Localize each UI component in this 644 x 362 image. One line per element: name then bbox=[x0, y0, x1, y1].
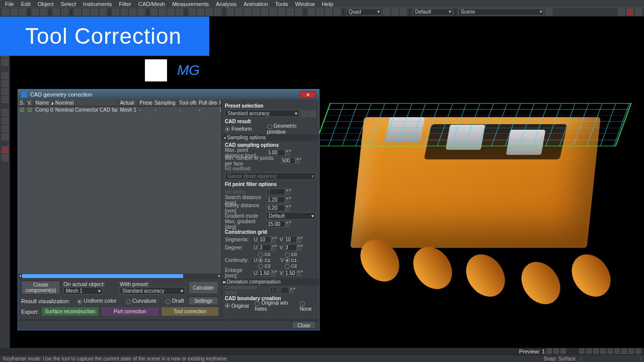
side-16-icon[interactable] bbox=[2, 154, 9, 161]
col-sampling[interactable]: Sampling filter bbox=[153, 100, 178, 106]
side-9-icon[interactable] bbox=[2, 88, 9, 95]
tool-jj-icon[interactable] bbox=[635, 9, 642, 16]
menu-edit[interactable]: Edit bbox=[18, 1, 34, 8]
tool-a-icon[interactable] bbox=[74, 9, 81, 16]
tool-ff-icon[interactable] bbox=[400, 9, 407, 16]
tool-p-icon[interactable] bbox=[214, 9, 221, 16]
col-s[interactable]: S. bbox=[18, 100, 26, 106]
menu-object[interactable]: Object bbox=[35, 1, 57, 8]
row-check-icon[interactable] bbox=[18, 107, 26, 114]
menu-tools[interactable]: Tools bbox=[272, 1, 291, 8]
tool-k-icon[interactable] bbox=[168, 9, 175, 16]
tool-j-icon[interactable] bbox=[159, 9, 166, 16]
b-orig-radio[interactable] bbox=[225, 303, 230, 308]
tool-ee-icon[interactable] bbox=[391, 9, 398, 16]
search-input[interactable] bbox=[266, 197, 285, 203]
viewport-layout-combo[interactable]: Quad bbox=[346, 9, 381, 16]
devcomp-group[interactable]: ▸ Deviation compensation bbox=[222, 279, 319, 285]
gradmode-select[interactable]: Default bbox=[266, 212, 316, 220]
pv-i-icon[interactable] bbox=[614, 348, 620, 354]
tool-cc-icon[interactable] bbox=[334, 9, 341, 16]
deg-v-input[interactable] bbox=[284, 244, 297, 251]
tool-bb-icon[interactable] bbox=[325, 9, 332, 16]
b-holes-radio[interactable] bbox=[255, 301, 260, 306]
menu-filter[interactable]: Filter bbox=[116, 1, 134, 8]
v-c1-radio[interactable] bbox=[285, 258, 290, 263]
tool-r-icon[interactable] bbox=[235, 9, 243, 16]
vis-draft-radio[interactable] bbox=[166, 299, 171, 304]
actual-mesh-select[interactable]: Mesh 1 bbox=[63, 287, 103, 295]
menu-instruments[interactable]: Instruments bbox=[80, 1, 115, 8]
pv-l-icon[interactable] bbox=[635, 348, 641, 354]
tool-u-icon[interactable] bbox=[261, 9, 268, 16]
close-icon[interactable]: ✕ bbox=[300, 91, 316, 98]
tool-e-icon[interactable] bbox=[112, 9, 119, 16]
pv-g-icon[interactable] bbox=[600, 348, 606, 354]
side-7-icon[interactable] bbox=[2, 72, 9, 79]
tool-c-icon[interactable] bbox=[91, 9, 98, 16]
search-spin[interactable]: ▲▼ bbox=[285, 197, 290, 203]
side-6-icon[interactable] bbox=[2, 59, 9, 66]
list-hscroll[interactable] bbox=[18, 274, 221, 279]
dialog-titlebar[interactable]: CAD geometry correction ✕ bbox=[18, 89, 319, 100]
scene-combo[interactable]: Scene bbox=[458, 9, 544, 16]
tool-d-icon[interactable] bbox=[100, 9, 107, 16]
min-pts-input[interactable] bbox=[280, 157, 295, 164]
deg-v-spin[interactable]: ▲▼ bbox=[297, 244, 301, 251]
safety-spin[interactable]: ▲▼ bbox=[285, 205, 290, 211]
tool-dd-icon[interactable] bbox=[383, 9, 390, 16]
tool-i-icon[interactable] bbox=[150, 9, 157, 16]
tool-n-icon[interactable] bbox=[197, 9, 204, 16]
freeform-radio[interactable] bbox=[225, 127, 230, 132]
menu-select[interactable]: Select bbox=[58, 1, 79, 8]
menu-analysis[interactable]: Analysis bbox=[213, 1, 239, 8]
tool-redo-icon[interactable] bbox=[40, 9, 47, 16]
tool-paste-icon[interactable] bbox=[61, 9, 68, 16]
tool-y-icon[interactable] bbox=[295, 9, 302, 16]
preset-del-icon[interactable] bbox=[309, 110, 316, 117]
deg-u-spin[interactable]: ▲▼ bbox=[271, 244, 276, 251]
tool-open-icon[interactable] bbox=[11, 9, 18, 16]
seg-v-spin[interactable]: ▲▼ bbox=[297, 236, 301, 243]
pv-d-icon[interactable] bbox=[579, 348, 585, 354]
list-body[interactable]: Comp 001 Nominal Connector CAD face 6 Me… bbox=[18, 107, 221, 274]
enl-v-spin[interactable]: ▲▼ bbox=[297, 270, 301, 277]
calculate-button[interactable]: Calculate bbox=[188, 281, 218, 294]
menu-file[interactable]: File bbox=[2, 1, 17, 8]
pv-a-icon[interactable] bbox=[546, 348, 552, 354]
side-8-icon[interactable] bbox=[2, 80, 9, 87]
tool-gg-icon[interactable] bbox=[545, 9, 552, 16]
enl-u-spin[interactable]: ▲▼ bbox=[271, 270, 276, 277]
list-row[interactable]: Comp 001 Nominal Connector CAD face 6 Me… bbox=[18, 107, 221, 114]
tool-m-icon[interactable] bbox=[189, 9, 196, 16]
seg-v-input[interactable] bbox=[284, 236, 297, 243]
max-pt-spin[interactable]: ▲▼ bbox=[285, 149, 290, 156]
min-pts-spin[interactable]: ▲▼ bbox=[295, 157, 300, 164]
tool-z-icon[interactable] bbox=[308, 9, 315, 16]
export-surface-button[interactable]: Surface reconstruction bbox=[42, 307, 99, 316]
menu-cadmesh[interactable]: CAD/Mesh bbox=[135, 1, 168, 8]
preset-combo[interactable]: Standard accuracy bbox=[225, 110, 299, 117]
col-pull[interactable]: Pull direction bbox=[197, 100, 218, 106]
tool-s-icon[interactable] bbox=[244, 9, 251, 16]
pv-f-icon[interactable] bbox=[593, 348, 599, 354]
tool-w-icon[interactable] bbox=[278, 9, 285, 16]
row-vis-icon[interactable] bbox=[26, 107, 34, 114]
tool-x-icon[interactable] bbox=[287, 9, 294, 16]
menu-animation[interactable]: Animation bbox=[240, 1, 271, 8]
tool-t-icon[interactable] bbox=[253, 9, 260, 16]
export-tool-button[interactable]: Tool correction bbox=[162, 307, 218, 316]
side-14-icon[interactable] bbox=[2, 133, 9, 140]
col-name[interactable]: Name ▲ bbox=[34, 100, 54, 106]
enl-v-input[interactable] bbox=[284, 270, 297, 277]
tool-hh-icon[interactable] bbox=[618, 9, 625, 16]
tool-g-icon[interactable] bbox=[129, 9, 136, 16]
shading-combo[interactable]: Default bbox=[413, 9, 453, 16]
pv-h-icon[interactable] bbox=[607, 348, 613, 354]
pv-e-icon[interactable] bbox=[586, 348, 592, 354]
tool-v-icon[interactable] bbox=[270, 9, 277, 16]
snap-label[interactable]: Snap: Surface bbox=[544, 356, 576, 361]
v-c2-radio[interactable] bbox=[285, 264, 290, 269]
col-nominal[interactable]: Nominal bbox=[54, 100, 119, 106]
col-actual[interactable]: Actual bbox=[118, 100, 138, 106]
